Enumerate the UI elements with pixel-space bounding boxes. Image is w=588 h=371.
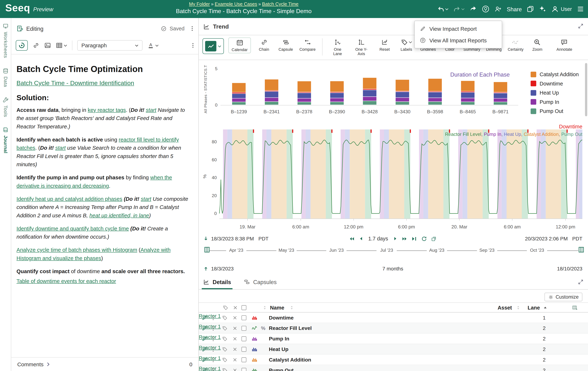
remove-icon[interactable] [232,315,238,320]
doc-link[interactable]: start [146,107,156,113]
lane-column-header[interactable]: Lane [528,305,540,310]
sort-icon[interactable] [290,305,294,310]
row-checkbox[interactable] [242,347,246,351]
edit-pencil-icon[interactable] [202,325,207,331]
range-end[interactable]: 20/3/2023 2:06 PM [525,236,568,241]
trend-toolbar-calendar[interactable]: Calendar [228,37,251,53]
step-to-end-button[interactable] [412,236,417,241]
remove-icon[interactable] [232,367,238,371]
tag-icon[interactable] [222,357,228,362]
table-row[interactable]: Pump InReactor 12 [199,334,588,344]
table-row[interactable]: Catalyst AdditionReactor 12 [199,355,588,365]
edit-pencil-icon[interactable] [202,346,207,352]
logo-text[interactable]: Seeq [5,2,30,14]
name-column-header[interactable]: Name [270,305,284,310]
insert-table-button[interactable] [56,42,67,49]
ai-assistant-button[interactable] [539,5,546,13]
add-user-button[interactable] [494,5,502,13]
kebab-icon[interactable] [212,336,214,341]
doc-link[interactable]: Identify downtime and quantify batch cyc… [17,226,129,231]
investigate-start[interactable]: 18/3/2023 [211,266,234,272]
forward-share-button[interactable] [470,5,477,13]
doc-subtitle-link[interactable]: Batch Cycle Time - Downtime Identificati… [17,79,134,86]
share-button[interactable]: Share [507,6,522,12]
kebab-icon[interactable] [212,315,214,321]
doc-link[interactable]: start [141,196,151,202]
select-all-checkbox[interactable] [242,305,246,310]
doc-link[interactable]: start [55,145,66,151]
trend-toolbar-certainty[interactable]: Certainty [507,37,524,53]
menu-item[interactable]: View All Impact Reports [415,34,502,46]
range-start[interactable]: 18/3/2023 8:38 PM [211,236,254,241]
investigate-span[interactable]: 7 months [382,266,403,272]
doc-link[interactable]: heat up identified, in lane [89,212,149,218]
kebab-icon[interactable] [212,325,214,331]
hamburger-menu-button[interactable] [577,5,584,13]
sort-icon[interactable] [262,305,267,310]
vertical-scrollbar[interactable] [585,63,587,116]
timeline-right-handle[interactable] [577,246,584,253]
doc-link[interactable]: Analyze cycle time of batch phases with … [17,247,137,253]
impact-report-button[interactable] [482,5,490,13]
trend-toolbar-capsule[interactable]: Capsule [277,37,294,53]
doc-link[interactable]: key reactor tags [88,107,126,113]
range-duration[interactable]: 1.7 days [368,236,388,242]
kebab-icon[interactable] [212,357,214,363]
customize-button[interactable]: Customize [544,293,582,301]
trend-toolbar-one-lane[interactable]: One Lane [328,37,346,57]
remove-icon[interactable] [232,325,238,331]
step-forward-button[interactable] [393,236,398,241]
step-back-button[interactable] [358,236,363,241]
worksheet-panels-button[interactable] [526,5,534,13]
copy-range-button[interactable] [431,236,437,241]
kebab-icon[interactable] [212,367,214,371]
edit-pencil-icon[interactable] [202,336,207,341]
row-checkbox[interactable] [242,357,246,362]
trend-toolbar-one-y-axis[interactable]: One Y-Axis [351,37,371,57]
trend-toolbar-chain[interactable]: Chain [255,37,273,53]
remove-icon[interactable] [232,357,238,362]
tag-icon[interactable] [222,336,228,341]
doc-link[interactable]: Table of downtime events for each reacto… [17,278,116,284]
table-row[interactable]: DowntimeReactor 11 [199,313,588,323]
remove-icon[interactable] [232,305,238,310]
font-color-button[interactable]: A [147,42,159,49]
tag-icon[interactable] [222,367,228,371]
trend-chart[interactable]: 80604020019. Mar6:00 am12:00 pm6:00 pm20… [210,129,585,234]
trend-toolbar-annotate[interactable]: Annotate [556,37,573,53]
trend-toolbar-reset[interactable]: Reset [376,37,393,53]
kebab-icon[interactable] [212,346,214,352]
asset-column-header[interactable]: Asset [498,305,512,310]
expand-details-icon[interactable] [578,279,583,285]
table-row[interactable]: Heat UpReactor 12 [199,344,588,355]
doc-link[interactable]: Identify heat up and catalyst addition p… [17,196,122,202]
sidebar-tab-journal[interactable]: Journal [2,127,8,153]
remove-icon[interactable] [232,336,238,341]
row-checkbox[interactable] [242,336,246,341]
tag-icon[interactable] [222,346,228,352]
edit-pencil-icon[interactable] [202,357,207,362]
step-back-full-button[interactable] [349,236,354,241]
expand-trend-icon[interactable] [578,23,583,29]
menu-item[interactable]: View Impact Report [415,23,502,34]
edit-pencil-icon[interactable] [202,367,207,371]
tab-details[interactable]: Details [202,276,233,289]
breadcrumb-link[interactable]: Example Use Cases [215,1,257,7]
tab-capsules[interactable]: Capsules [242,276,278,289]
comments-bar[interactable]: Comments 0 [11,357,198,371]
breadcrumb-link[interactable]: My Folder [189,1,210,7]
tag-icon[interactable] [223,305,228,310]
view-selector-button[interactable] [202,38,224,54]
step-forward-full-button[interactable] [402,236,408,241]
table-row[interactable]: %Reactor Fill LevelReactor 12 [199,323,588,334]
remove-icon[interactable] [232,346,238,352]
row-checkbox[interactable] [242,326,246,331]
investigate-end[interactable]: 18/10/2023 [557,266,582,272]
trend-toolbar-zoom[interactable]: Zoom [529,37,546,53]
insert-seeq-content-button[interactable] [16,40,28,51]
refresh-button[interactable] [421,236,427,241]
user-menu-button[interactable]: User [551,5,572,13]
insert-image-button[interactable] [44,42,51,49]
table-row[interactable]: Pump OutReactor 12 [199,365,588,371]
journal-toolbar-more-button[interactable] [192,42,194,48]
